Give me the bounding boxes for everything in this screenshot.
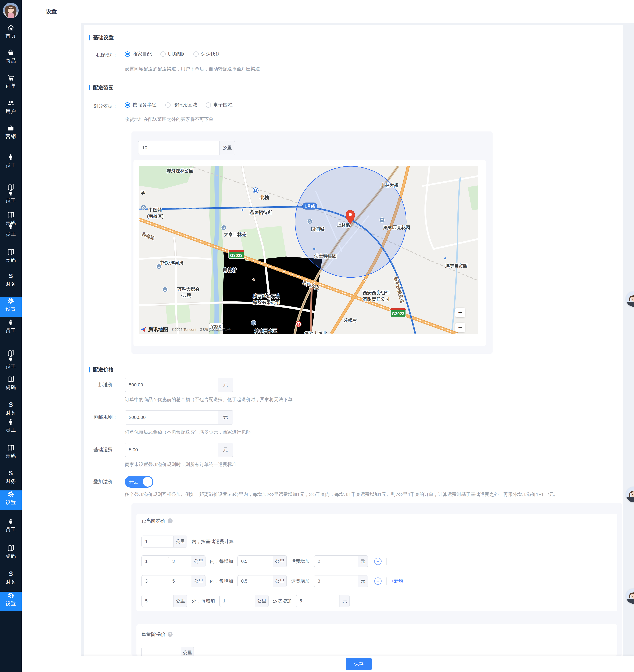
users-icon	[7, 99, 15, 107]
sidebar-item-gear-19[interactable]: 设置	[0, 490, 22, 510]
assistant-avatar-icon	[626, 487, 634, 502]
assistant-sticker[interactable]	[626, 487, 634, 502]
save-button[interactable]: 保存	[346, 658, 372, 670]
poi-dot-icon	[252, 279, 255, 281]
assistant-sticker[interactable]	[626, 589, 634, 604]
assistant-sticker[interactable]	[626, 291, 634, 307]
range-group: -公里	[142, 575, 205, 587]
divide-basis-option-1[interactable]: 按行政区域	[165, 102, 197, 109]
sidebar-item-map-17[interactable]: 桌码	[0, 444, 22, 463]
sidebar-item-home-0[interactable]: 首页	[0, 24, 22, 44]
radio-circle-icon	[125, 102, 130, 108]
price-help-1: 订单优惠后总金额（不包含配送费）满多少元，商家进行包邮	[125, 429, 251, 435]
outer-fee-input[interactable]	[296, 595, 339, 607]
step-input[interactable]	[238, 575, 273, 587]
price-input-0[interactable]	[125, 378, 218, 392]
unit-addon: 公里	[192, 556, 205, 567]
city-delivery-option-0[interactable]: 商家自配	[125, 51, 152, 57]
range-group: -公里	[142, 555, 205, 567]
section-range-title: 配送范围	[89, 84, 114, 91]
radio-label: 按服务半径	[132, 102, 156, 109]
sidebar-item-person-13[interactable]: 员工	[0, 350, 22, 369]
city-delivery-option-1[interactable]: UU跑腿	[161, 51, 185, 57]
help-question-icon[interactable]: ?	[168, 519, 173, 523]
fee-input[interactable]	[314, 556, 358, 567]
price-input-2[interactable]	[125, 443, 218, 457]
price-field-label-2: 基础运费：	[79, 446, 118, 453]
avatar-photo-icon	[3, 3, 19, 18]
remove-row-button[interactable]: −	[374, 558, 382, 565]
divide-basis-radio-group: 按服务半径按行政区域电子围栏	[125, 102, 233, 109]
outer-step-input[interactable]	[220, 595, 254, 607]
sidebar-item-dollar-15[interactable]: $财务	[0, 401, 22, 421]
range-to-input[interactable]	[169, 575, 192, 587]
price-unit: 元	[218, 378, 233, 392]
range-from-input[interactable]	[142, 575, 168, 587]
weight-input[interactable]	[142, 647, 181, 656]
city-delivery-option-2[interactable]: 达达快送	[193, 51, 220, 57]
map-label: (南校区)	[147, 214, 164, 219]
divider	[386, 558, 387, 565]
premium-toggle[interactable]: 开启	[125, 476, 153, 488]
sidebar-item-goods-1[interactable]: 商品	[0, 49, 22, 68]
svg-text:1号线: 1号线	[304, 204, 315, 208]
sidebar-item-person-20[interactable]: 员工	[0, 518, 22, 537]
unit-addon: 元	[339, 595, 349, 607]
help-question-icon[interactable]: ?	[168, 632, 173, 637]
outer-distance-input[interactable]	[142, 595, 173, 607]
distance-base-row: 公里内，按基础运费计算	[142, 535, 234, 548]
price-input-1[interactable]	[125, 411, 218, 424]
poi-dot-icon	[444, 257, 446, 260]
sidebar-item-map-9[interactable]: 桌码	[0, 248, 22, 268]
sidebar-item-dollar-10[interactable]: $财务	[0, 272, 22, 292]
sidebar-item-person-5[interactable]: 员工	[0, 153, 22, 173]
price-input-group-0: 元	[125, 378, 233, 392]
step-input[interactable]	[238, 556, 273, 567]
sidebar-item-map-14[interactable]: 桌码	[0, 376, 22, 395]
sidebar-item-label: 桌码	[5, 453, 16, 459]
map-zoom-in-button[interactable]: +	[455, 308, 465, 317]
svg-text:M: M	[297, 322, 300, 326]
sidebar-item-person-6[interactable]: 员工	[0, 184, 22, 203]
sidebar-item-label: 员工	[5, 363, 16, 370]
row-text: 外，每增加	[192, 598, 215, 604]
divide-basis-label: 划分依据：	[79, 103, 118, 110]
range-to-input[interactable]	[169, 556, 192, 567]
weight-ladder-card: 重量阶梯价 ? 公里	[137, 624, 617, 656]
sidebar-item-users-3[interactable]: 用户	[0, 99, 22, 119]
map[interactable]: MM1号线G3023G3023Y283沣河森林公园学中医药(南校区)北槐温泉招待…	[139, 166, 478, 334]
unit-addon: 公里	[173, 595, 187, 607]
metro-station-icon: M	[253, 188, 258, 193]
radius-input[interactable]	[139, 141, 219, 154]
range-from-input[interactable]	[142, 556, 168, 567]
sidebar-item-gear-11[interactable]: 设置	[0, 297, 22, 317]
sidebar-item-dollar-18[interactable]: $财务	[0, 469, 22, 489]
sidebar-item-label: 商品	[5, 57, 16, 64]
map-zoom-out-button[interactable]: −	[455, 323, 465, 332]
poi-dot-icon	[363, 278, 366, 281]
radio-circle-icon	[161, 51, 166, 57]
remove-row-button[interactable]: −	[374, 577, 382, 585]
divide-basis-option-2[interactable]: 电子围栏	[206, 102, 233, 109]
sidebar-item-gear-23[interactable]: 设置	[0, 592, 22, 611]
map-label: 南槐村	[223, 268, 237, 272]
sidebar-item-label: 设置	[5, 600, 16, 607]
fee-input[interactable]	[314, 575, 358, 587]
sidebar-item-cart-2[interactable]: 订单	[0, 74, 22, 94]
divide-basis-option-0[interactable]: 按服务半径	[125, 102, 156, 109]
sidebar-item-person-8[interactable]: 员工	[0, 222, 22, 242]
sidebar-item-person-12[interactable]: 员工	[0, 318, 22, 338]
map-label: 温泉招待所	[249, 210, 272, 215]
base-distance-input[interactable]	[142, 536, 173, 547]
sidebar-item-person-16[interactable]: 员工	[0, 418, 22, 438]
sidebar-item-map-21[interactable]: 桌码	[0, 544, 22, 564]
add-row-link[interactable]: +新增	[391, 578, 403, 584]
price-input-group-2: 元	[125, 443, 233, 457]
assistant-avatar-icon	[626, 291, 634, 307]
sidebar-item-case-4[interactable]: 营销	[0, 124, 22, 144]
poi-house-icon	[163, 287, 168, 292]
outer-step-group: 公里	[219, 595, 269, 607]
unit-addon: 公里	[273, 575, 286, 587]
workspace-avatar[interactable]	[3, 3, 19, 18]
sidebar-item-dollar-22[interactable]: $财务	[0, 570, 22, 590]
